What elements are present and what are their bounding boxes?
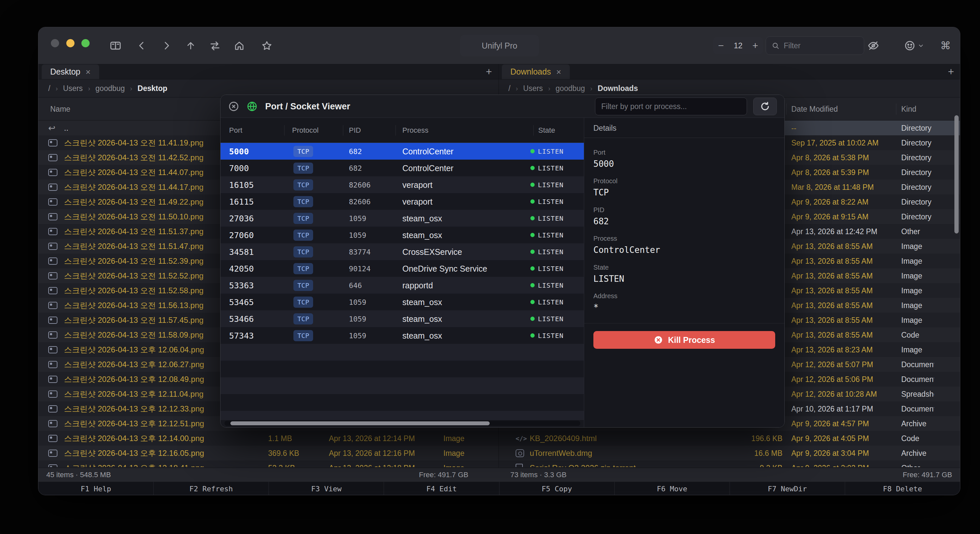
file-row[interactable]: Serial Rev Q2 2026.zip.torrent9.2 KBApr … [498, 461, 960, 467]
decrease-size-button[interactable]: − [718, 41, 724, 51]
column-header-port[interactable]: Port [229, 126, 242, 135]
file-kind: Image [901, 286, 934, 295]
port-row[interactable]: 5000TCP682ControlCenterLISTEN [221, 143, 584, 159]
file-row[interactable]: 스크린샷 2026-04-13 오후 12.18.41.png52.3 KBAp… [38, 461, 498, 467]
port-row[interactable]: 57343TCP1059steam_osxLISTEN [221, 327, 584, 344]
file-date-modified: Apr 13, 2026 at 12:42 PM [791, 227, 877, 236]
function-key-f8[interactable]: F8 Delete [845, 482, 960, 495]
file-row[interactable]: 스크린샷 2026-04-13 오후 12.14.00.png1.1 MBApr… [38, 431, 498, 446]
breadcrumb-item[interactable]: Users [523, 84, 543, 93]
file-name: 스크린샷 2026-04-13 오전 11.44.17.png [64, 182, 204, 193]
file-kind: Image [901, 316, 934, 324]
breadcrumb-item[interactable]: goodbug [556, 84, 585, 93]
state-value: LISTEN [538, 281, 563, 289]
port-filter-input[interactable] [595, 102, 747, 111]
field-value: LISTEN [593, 274, 775, 284]
breadcrumb-item[interactable]: Desktop [137, 84, 167, 93]
file-kind: Other [901, 227, 934, 236]
breadcrumb-item[interactable]: Users [63, 84, 83, 93]
function-key-f6[interactable]: F6 Move [614, 482, 730, 495]
port-row[interactable]: 7000TCP682ControlCenterLISTEN [221, 159, 584, 176]
empty-row [221, 394, 584, 411]
chevron-down-icon [918, 42, 924, 49]
port-row-list: 5000TCP682ControlCenterLISTEN7000TCP682C… [221, 143, 584, 420]
filter-input[interactable] [784, 41, 859, 50]
back-button[interactable] [133, 37, 151, 55]
breadcrumb-item[interactable]: goodbug [95, 84, 125, 93]
dual-pane-icon[interactable] [107, 37, 125, 55]
new-tab-button-right[interactable]: + [948, 64, 954, 79]
tab-downloads[interactable]: Downloads × [502, 64, 570, 79]
right-pane-scrollbar-thumb[interactable] [955, 115, 959, 233]
dialog-titlebar[interactable]: Port / Socket Viewer [221, 95, 784, 118]
favorites-button[interactable] [258, 37, 276, 55]
pid-value: 1059 [349, 231, 366, 239]
forward-button[interactable] [157, 37, 176, 55]
function-key-f3[interactable]: F3 View [269, 482, 383, 495]
file-kind: Code [901, 434, 934, 443]
column-header-kind[interactable]: Kind [901, 104, 916, 113]
function-key-f2[interactable]: F2 Refresh [153, 482, 269, 495]
port-row[interactable]: 42050TCP90124OneDrive Sync ServiceLISTEN [221, 260, 584, 277]
minimize-window-button[interactable] [66, 39, 75, 47]
column-header-name[interactable]: Name [50, 104, 70, 113]
port-row[interactable]: 53465TCP1059steam_osxLISTEN [221, 293, 584, 310]
function-key-f4[interactable]: F4 Edit [383, 482, 499, 495]
horizontal-scrollbar-thumb[interactable] [231, 421, 490, 425]
file-date-modified: -- [791, 123, 796, 132]
tab-close-icon[interactable]: × [86, 68, 91, 76]
file-row[interactable]: uTorrentWeb.dmg16.6 MBApr 9, 2026 at 3:0… [498, 446, 960, 461]
zoom-window-button[interactable] [81, 39, 90, 47]
pid-value: 1059 [349, 214, 366, 222]
file-date-modified: Apr 13, 2026 at 12:16 PM [329, 449, 415, 457]
column-divider [896, 104, 896, 115]
breadcrumb-item[interactable]: / [508, 84, 510, 93]
port-value: 57343 [229, 331, 254, 340]
column-header-pid[interactable]: PID [349, 126, 361, 135]
file-date-modified: Apr 13, 2026 at 8:55 AM [791, 316, 873, 324]
appearance-menu-button[interactable] [897, 37, 931, 55]
image-file-icon [48, 317, 57, 324]
function-key-f1[interactable]: F1 Help [38, 482, 153, 495]
image-file-icon [48, 287, 57, 294]
port-row[interactable]: 27060TCP1059steam_osxLISTEN [221, 226, 584, 243]
state-cell: LISTEN [530, 181, 563, 189]
up-directory-button[interactable] [181, 37, 200, 55]
function-key-f7[interactable]: F7 NewDir [730, 482, 845, 495]
tab-desktop[interactable]: Desktop × [42, 64, 99, 79]
command-menu-button[interactable]: ⌘ [936, 37, 955, 55]
tab-close-icon[interactable]: × [556, 68, 561, 76]
port-row[interactable]: 53363TCP646rapportdLISTEN [221, 277, 584, 293]
file-row[interactable]: 스크린샷 2026-04-13 오후 12.16.05.png369.6 KBA… [38, 446, 498, 461]
swap-panes-button[interactable] [206, 37, 224, 55]
port-row[interactable]: 16105TCP82606veraportLISTEN [221, 176, 584, 193]
hidden-files-toggle-icon[interactable] [864, 37, 883, 55]
port-row[interactable]: 53466TCP1059steam_osxLISTEN [221, 310, 584, 327]
refresh-button[interactable] [753, 97, 777, 115]
breadcrumb-item[interactable]: Downloads [598, 84, 638, 93]
column-header-date-modified[interactable]: Date Modified [791, 104, 838, 113]
file-row[interactable]: </>KB_20260409.html196.6 KBApr 9, 2026 a… [498, 431, 960, 446]
column-header-protocol[interactable]: Protocol [292, 126, 319, 135]
process-name: rapportd [402, 281, 433, 290]
function-key-f5[interactable]: F5 Copy [499, 482, 614, 495]
close-window-button[interactable] [51, 39, 59, 47]
file-name: 스크린샷 2026-04-13 오전 11.42.52.png [64, 152, 204, 163]
breadcrumb-item[interactable]: / [48, 84, 50, 93]
file-name: 스크린샷 2026-04-13 오전 11.51.47.png [64, 241, 204, 252]
new-tab-button-left[interactable]: + [486, 64, 492, 79]
dialog-close-icon[interactable] [226, 99, 242, 114]
toolbar-filter [766, 37, 864, 55]
file-kind: Image [443, 463, 465, 467]
port-row[interactable]: 34581TCP83774CrossEXServiceLISTEN [221, 243, 584, 260]
file-kind: Document [901, 404, 934, 413]
file-date-modified: Apr 9, 2026 at 4:05 PM [791, 434, 869, 443]
port-row[interactable]: 27036TCP1059steam_osxLISTEN [221, 210, 584, 226]
port-row[interactable]: 16115TCP82606veraportLISTEN [221, 193, 584, 210]
kill-process-button[interactable]: Kill Process [593, 331, 775, 349]
disk-image-icon [515, 449, 524, 457]
column-header-state[interactable]: State [538, 126, 555, 135]
column-header-process[interactable]: Process [402, 126, 428, 135]
increase-size-button[interactable]: + [752, 41, 758, 51]
home-button[interactable] [230, 37, 248, 55]
